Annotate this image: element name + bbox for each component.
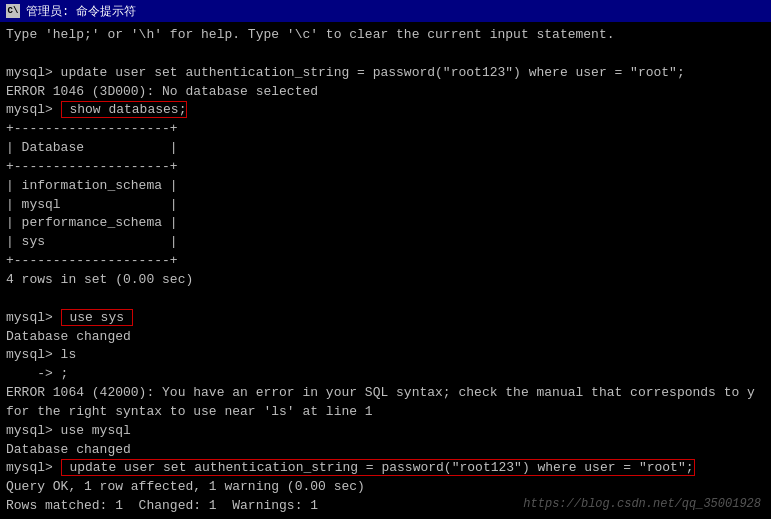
ls-cmd-line: mysql> ls	[6, 346, 765, 365]
update2-highlight: update user set authentication_string = …	[61, 459, 695, 476]
db-perf-schema-line: | performance_schema |	[6, 214, 765, 233]
error1046-line: ERROR 1046 (3D000): No database selected	[6, 83, 765, 102]
db-header-line: | Database |	[6, 139, 765, 158]
db-sep2: +--------------------+	[6, 158, 765, 177]
update2-line: mysql> update user set authentication_st…	[6, 459, 765, 478]
show-cmd-line: mysql> show databases;	[6, 101, 765, 120]
show-databases-highlight: show databases;	[61, 101, 188, 118]
db-mysql-line: | mysql |	[6, 196, 765, 215]
db-info-schema-line: | information_schema |	[6, 177, 765, 196]
blank2	[6, 290, 765, 309]
error1064-line: ERROR 1064 (42000): You have an error in…	[6, 384, 765, 403]
db-sep1: +--------------------+	[6, 120, 765, 139]
rows1-line: 4 rows in set (0.00 sec)	[6, 271, 765, 290]
title-bar: C\ 管理员: 命令提示符	[0, 0, 771, 22]
error1064b-line: for the right syntax to use near 'ls' at…	[6, 403, 765, 422]
use-sys-highlight: use sys	[61, 309, 133, 326]
blank1	[6, 45, 765, 64]
watermark: https://blog.csdn.net/qq_35001928	[523, 497, 761, 511]
help-line: Type 'help;' or '\h' for help. Type '\c'…	[6, 26, 765, 45]
db-changed2-line: Database changed	[6, 441, 765, 460]
use-mysql-line: mysql> use mysql	[6, 422, 765, 441]
use-sys-line: mysql> use sys	[6, 309, 765, 328]
db-sep3: +--------------------+	[6, 252, 765, 271]
update1-line: mysql> update user set authentication_st…	[6, 64, 765, 83]
query-ok-line: Query OK, 1 row affected, 1 warning (0.0…	[6, 478, 765, 497]
db-changed1-line: Database changed	[6, 328, 765, 347]
db-sys-line: | sys |	[6, 233, 765, 252]
arrow-line: -> ;	[6, 365, 765, 384]
terminal: Type 'help;' or '\h' for help. Type '\c'…	[0, 22, 771, 519]
title-text: 管理员: 命令提示符	[26, 3, 136, 20]
title-icon: C\	[6, 4, 20, 18]
